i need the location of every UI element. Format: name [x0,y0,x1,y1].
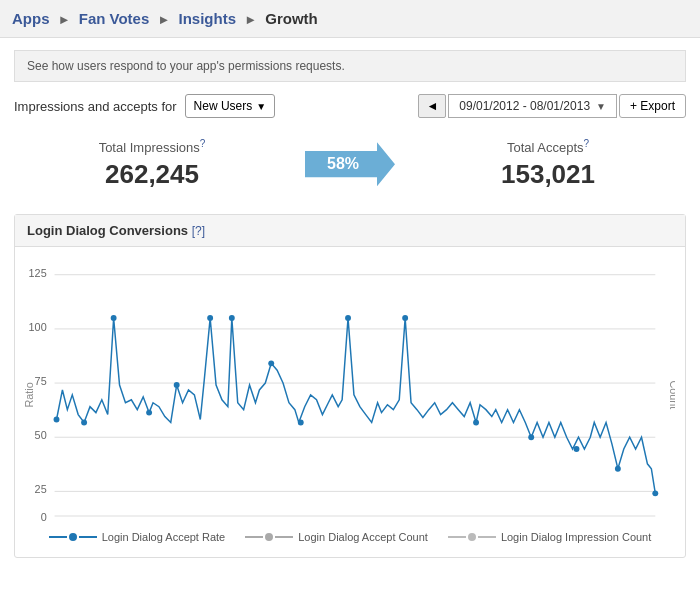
date-range-group: ◄ 09/01/2012 - 08/01/2013 ▼ + Export [418,94,686,118]
date-prev-button[interactable]: ◄ [418,94,446,118]
total-impressions-block: Total Impressions? 262,245 [14,138,290,190]
accept-rate-dots [54,315,659,496]
svg-point-33 [574,446,580,452]
conversion-arrow: 58% [290,142,410,186]
conversion-pct: 58% [305,142,395,186]
breadcrumb-sep-1: ► [58,12,71,27]
export-button[interactable]: + Export [619,94,686,118]
info-bar: See how users respond to your app's perm… [14,50,686,82]
svg-point-24 [174,382,180,388]
legend-accept-rate: Login Dialog Accept Rate [49,531,226,543]
main-content: See how users respond to your app's perm… [0,38,700,570]
total-impressions-value: 262,245 [14,159,290,190]
total-impressions-label: Total Impressions? [14,138,290,155]
legend-line-gray2 [275,536,293,538]
legend-impression-count-label: Login Dialog Impression Count [501,531,651,543]
breadcrumb-fanvotes[interactable]: Fan Votes [79,10,150,27]
svg-point-29 [345,315,351,321]
legend-impression-count: Login Dialog Impression Count [448,531,651,543]
svg-point-34 [615,466,621,472]
svg-point-23 [146,410,152,416]
legend-dot-lgray [468,533,476,541]
svg-text:25: 25 [35,484,47,496]
svg-text:0: 0 [41,511,47,523]
accepts-help[interactable]: ? [584,138,590,149]
controls-row: Impressions and accepts for New Users ▼ … [14,94,686,118]
svg-text:Sep '12: Sep '12 [57,522,90,523]
user-type-dropdown[interactable]: New Users ▼ [185,94,276,118]
svg-point-31 [473,420,479,426]
svg-text:100: 100 [29,321,47,333]
chart-title: Login Dialog Conversions [27,223,188,238]
legend-dot-gray [265,533,273,541]
svg-point-22 [111,315,117,321]
svg-point-30 [402,315,408,321]
svg-point-28 [298,420,304,426]
date-range-text: 09/01/2012 - 08/01/2013 [459,99,590,113]
accept-rate-line [57,318,656,493]
svg-text:Jan '13: Jan '13 [247,522,279,523]
svg-text:Nov '12: Nov '12 [150,522,183,523]
svg-text:75: 75 [35,375,47,387]
legend-line-blue2 [79,536,97,538]
controls-label: Impressions and accepts for [14,99,177,114]
svg-point-21 [81,420,87,426]
legend-dot-blue [69,533,77,541]
user-type-label: New Users [194,99,253,113]
chart-section: Login Dialog Conversions [?] 125 100 75 … [14,214,686,558]
svg-point-32 [528,435,534,441]
svg-text:May '13: May '13 [450,522,485,523]
svg-text:50: 50 [35,430,47,442]
chart-header: Login Dialog Conversions [?] [15,215,685,247]
chart-help-link[interactable]: [?] [192,224,205,238]
breadcrumb-insights[interactable]: Insights [179,10,237,27]
total-accepts-value: 153,021 [410,159,686,190]
svg-text:Ratio: Ratio [25,383,35,408]
legend-accept-count: Login Dialog Accept Count [245,531,428,543]
legend-line-lgray [448,536,466,538]
breadcrumb-sep-2: ► [157,12,170,27]
breadcrumb-growth: Growth [265,10,318,27]
svg-point-25 [207,315,213,321]
svg-point-26 [229,315,235,321]
dropdown-arrow-icon: ▼ [256,101,266,112]
legend-line-blue [49,536,67,538]
legend-line-gray [245,536,263,538]
impressions-help[interactable]: ? [200,138,206,149]
svg-point-35 [652,491,658,497]
info-text: See how users respond to your app's perm… [27,59,345,73]
breadcrumb: Apps ► Fan Votes ► Insights ► Growth [0,0,700,38]
legend-accept-rate-label: Login Dialog Accept Rate [102,531,226,543]
svg-text:Count: Count [668,381,675,410]
breadcrumb-apps[interactable]: Apps [12,10,50,27]
svg-text:125: 125 [29,267,47,279]
chart-area: 125 100 75 50 25 0 Ratio Count Sep '12 [15,247,685,557]
date-range-display: 09/01/2012 - 08/01/2013 ▼ [448,94,617,118]
legend-line-lgray2 [478,536,496,538]
date-dropdown-icon[interactable]: ▼ [596,101,606,112]
main-chart-svg: 125 100 75 50 25 0 Ratio Count Sep '12 [25,257,675,523]
svg-text:Jul '13: Jul '13 [562,522,591,523]
chart-legend: Login Dialog Accept Rate Login Dialog Ac… [25,523,675,553]
svg-point-20 [54,417,60,423]
breadcrumb-sep-3: ► [244,12,257,27]
total-accepts-block: Total Accepts? 153,021 [410,138,686,190]
legend-accept-count-label: Login Dialog Accept Count [298,531,428,543]
total-accepts-label: Total Accepts? [410,138,686,155]
svg-point-27 [268,361,274,367]
stats-row: Total Impressions? 262,245 58% Total Acc… [14,138,686,190]
svg-text:Mar '13: Mar '13 [350,522,383,523]
